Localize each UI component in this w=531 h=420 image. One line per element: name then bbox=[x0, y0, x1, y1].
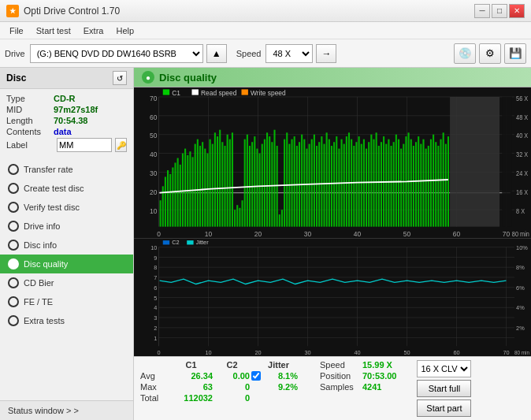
disc-quality-header: ● Disc quality bbox=[134, 68, 531, 87]
drive-select[interactable]: (G:) BENQ DVD DD DW1640 BSRB bbox=[30, 44, 203, 63]
settings-button[interactable]: ⚙ bbox=[479, 43, 501, 64]
svg-rect-54 bbox=[195, 144, 196, 227]
svg-text:0: 0 bbox=[157, 349, 160, 356]
svg-rect-114 bbox=[343, 144, 345, 227]
menu-help[interactable]: Help bbox=[110, 24, 140, 37]
svg-rect-47 bbox=[177, 158, 179, 227]
svg-text:10: 10 bbox=[205, 349, 211, 356]
nav-fe-te[interactable]: FE / TE bbox=[0, 292, 133, 311]
stats-avg-label: Avg bbox=[140, 371, 168, 381]
disc-refresh-button[interactable]: ↺ bbox=[113, 71, 127, 85]
speed-confirm-button[interactable]: → bbox=[316, 44, 336, 63]
stats-max-row: Max 63 0 9.2% bbox=[140, 382, 298, 392]
stats-avg-row: Avg 26.34 0.00 8.1% bbox=[140, 371, 298, 381]
stats-header-row: C1 C2 Jitter bbox=[140, 360, 298, 370]
clv-select[interactable]: 16 X CLV bbox=[417, 360, 471, 377]
title-bar: ★ Opti Drive Control 1.70 ─ □ ✕ bbox=[0, 0, 531, 22]
nav-verify-test-disc[interactable]: Verify test disc bbox=[0, 198, 133, 217]
svg-text:9: 9 bbox=[154, 255, 157, 262]
svg-rect-43 bbox=[167, 170, 169, 227]
stats-total-label: Total bbox=[140, 393, 168, 403]
svg-rect-136 bbox=[398, 139, 399, 227]
start-part-button[interactable]: Start part bbox=[417, 400, 471, 417]
disc-label-row: Label 🔑 bbox=[6, 138, 127, 152]
svg-text:80 min: 80 min bbox=[512, 230, 529, 238]
close-button[interactable]: ✕ bbox=[509, 4, 525, 18]
svg-rect-93 bbox=[291, 139, 293, 227]
svg-rect-84 bbox=[269, 136, 270, 227]
nav-label-disc-quality: Disc quality bbox=[24, 259, 68, 269]
save-button[interactable]: 💾 bbox=[504, 43, 526, 64]
disc-label-input[interactable] bbox=[57, 138, 112, 152]
svg-rect-85 bbox=[271, 142, 273, 226]
svg-rect-123 bbox=[366, 149, 367, 227]
disc-quality-icon: ● bbox=[142, 71, 154, 84]
svg-rect-110 bbox=[333, 142, 335, 226]
title-bar-left: ★ Opti Drive Control 1.70 bbox=[6, 5, 120, 17]
svg-text:8 X: 8 X bbox=[516, 208, 525, 216]
stats-max-c1: 63 bbox=[169, 382, 213, 392]
svg-text:C1: C1 bbox=[172, 88, 180, 97]
svg-text:50: 50 bbox=[403, 229, 410, 238]
svg-rect-65 bbox=[221, 142, 223, 226]
nav-disc-info[interactable]: Disc info bbox=[0, 236, 133, 255]
svg-rect-66 bbox=[224, 146, 225, 227]
svg-rect-82 bbox=[264, 139, 266, 227]
menu-extra[interactable]: Extra bbox=[77, 24, 110, 37]
svg-text:10: 10 bbox=[205, 229, 212, 238]
svg-text:0: 0 bbox=[157, 229, 161, 238]
svg-rect-102 bbox=[314, 135, 315, 227]
status-window-button[interactable]: Status window > > bbox=[0, 400, 133, 420]
nav-disc-quality[interactable]: Disc quality bbox=[0, 255, 133, 273]
svg-text:20: 20 bbox=[150, 188, 157, 197]
svg-text:30: 30 bbox=[304, 349, 310, 356]
svg-text:30: 30 bbox=[150, 169, 157, 178]
start-full-button[interactable]: Start full bbox=[417, 380, 471, 397]
svg-rect-71 bbox=[236, 205, 238, 226]
disc-label-button[interactable]: 🔑 bbox=[115, 138, 127, 152]
action-controls: 16 X CLV Start full Start part bbox=[417, 360, 471, 417]
svg-rect-81 bbox=[262, 144, 263, 227]
nav-menu: Transfer rate Create test disc Verify te… bbox=[0, 160, 133, 330]
svg-rect-50 bbox=[184, 149, 186, 227]
svg-rect-56 bbox=[199, 146, 201, 227]
svg-rect-155 bbox=[445, 144, 447, 227]
position-row: Position 70:53.00 bbox=[320, 371, 396, 381]
nav-icon-extra-tests bbox=[8, 315, 19, 326]
nav-extra-tests[interactable]: Extra tests bbox=[0, 311, 133, 330]
svg-rect-58 bbox=[204, 149, 206, 227]
svg-rect-101 bbox=[311, 139, 313, 227]
svg-rect-161 bbox=[192, 89, 199, 95]
drive-eject-button[interactable]: ▲ bbox=[206, 44, 227, 63]
chart-top-svg: 70 60 50 40 30 20 10 0 10 20 30 40 50 60 bbox=[134, 87, 531, 238]
minimize-button[interactable]: ─ bbox=[474, 4, 490, 18]
menu-file[interactable]: File bbox=[3, 24, 30, 37]
nav-icon-disc-info bbox=[8, 240, 19, 251]
disc-contents-row: Contents data bbox=[6, 127, 127, 136]
nav-cd-bier[interactable]: CD Bier bbox=[0, 273, 133, 292]
disc-icon-button[interactable]: 💿 bbox=[454, 43, 476, 64]
stats-check-space3 bbox=[251, 393, 261, 403]
speed-info: Speed 15.99 X Position 70:53.00 Samples … bbox=[320, 360, 396, 392]
jitter-checkbox[interactable] bbox=[251, 371, 261, 381]
svg-rect-73 bbox=[242, 200, 243, 226]
maximize-button[interactable]: □ bbox=[492, 4, 507, 18]
window-controls: ─ □ ✕ bbox=[474, 4, 525, 18]
samples-key: Samples bbox=[320, 382, 359, 392]
svg-rect-64 bbox=[219, 130, 221, 227]
svg-text:60: 60 bbox=[453, 229, 460, 238]
stats-bar: C1 C2 Jitter Avg 26.34 0.00 8.1% Max 63 … bbox=[134, 356, 531, 420]
nav-create-test-disc[interactable]: Create test disc bbox=[0, 179, 133, 198]
menu-start-test[interactable]: Start test bbox=[30, 24, 77, 37]
nav-drive-info[interactable]: Drive info bbox=[0, 217, 133, 236]
disc-label-key: Label bbox=[6, 140, 54, 150]
svg-rect-115 bbox=[346, 136, 347, 227]
svg-rect-91 bbox=[286, 132, 288, 226]
svg-text:10: 10 bbox=[150, 244, 157, 251]
svg-rect-159 bbox=[163, 89, 169, 95]
svg-text:10%: 10% bbox=[516, 244, 528, 251]
svg-text:40: 40 bbox=[354, 349, 360, 356]
svg-rect-106 bbox=[323, 144, 325, 227]
speed-select[interactable]: 48 X bbox=[266, 44, 313, 63]
nav-transfer-rate[interactable]: Transfer rate bbox=[0, 160, 133, 179]
